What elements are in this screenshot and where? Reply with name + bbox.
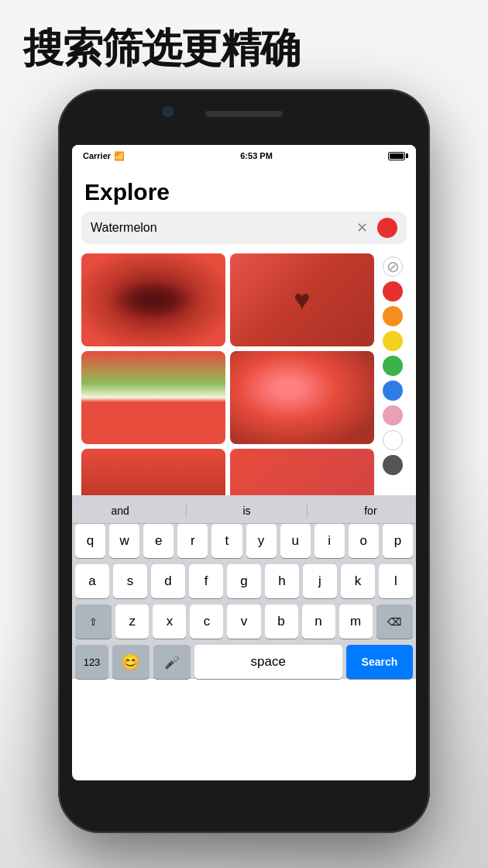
phone-frame: Carrier 📶 6:53 PM Explore Watermelon ✕ (58, 89, 430, 833)
key-h[interactable]: h (265, 564, 299, 598)
app-content: Explore Watermelon ✕ (72, 167, 416, 495)
status-time: 6:53 PM (240, 151, 273, 160)
keyboard-row-2: a s d f g h j k l (75, 564, 413, 598)
key-s[interactable]: s (113, 564, 147, 598)
key-m[interactable]: m (339, 604, 373, 639)
suggestion-bar: and is for (72, 498, 416, 524)
delete-key[interactable]: ⌫ (376, 604, 413, 639)
clear-button[interactable]: ✕ (352, 219, 371, 237)
key-p[interactable]: p (383, 524, 413, 558)
search-input[interactable]: Watermelon (91, 221, 352, 235)
keyboard-row-4: 123 😊 🎤 space Search (75, 645, 413, 679)
keyboard-row-3: ⇧ z x c v b n m ⌫ (75, 604, 413, 639)
status-bar: Carrier 📶 6:53 PM (72, 145, 416, 167)
key-e[interactable]: e (143, 524, 174, 558)
search-button[interactable]: Search (346, 645, 413, 679)
key-r[interactable]: r (177, 524, 208, 558)
key-q[interactable]: q (75, 524, 105, 558)
battery-icon (388, 152, 405, 160)
color-swatch-orange[interactable] (383, 306, 403, 326)
wifi-icon: 📶 (114, 151, 125, 161)
keyboard-area: and is for q w e r t y u i o p a (72, 495, 416, 679)
key-i[interactable]: i (314, 524, 345, 558)
key-y[interactable]: y (246, 524, 277, 558)
color-swatch-white[interactable] (383, 430, 403, 450)
color-panel (379, 253, 407, 495)
page-title: 搜索筛选更精确 (23, 22, 300, 76)
grid-area (81, 253, 407, 495)
battery-fill (390, 153, 404, 159)
key-b[interactable]: b (265, 604, 298, 639)
keyboard-row-1: q w e r t y u i o p (75, 524, 413, 558)
key-t[interactable]: t (211, 524, 242, 558)
photo-grid (81, 253, 374, 495)
phone-speaker (205, 111, 283, 117)
key-d[interactable]: d (151, 564, 185, 598)
color-swatch-none[interactable] (383, 257, 403, 277)
key-z[interactable]: z (115, 604, 149, 639)
color-swatch-red[interactable] (383, 281, 403, 301)
photo-cell-6[interactable] (230, 449, 374, 495)
key-l[interactable]: l (379, 564, 413, 598)
key-g[interactable]: g (227, 564, 261, 598)
key-f[interactable]: f (189, 564, 223, 598)
color-swatch-yellow[interactable] (383, 331, 403, 351)
space-key[interactable]: space (194, 645, 342, 679)
emoji-key[interactable]: 😊 (112, 645, 149, 679)
microphone-key[interactable]: 🎤 (153, 645, 191, 679)
color-swatch-pink[interactable] (383, 405, 403, 425)
suggestion-for[interactable]: for (358, 503, 383, 518)
suggestion-divider-2 (307, 504, 308, 518)
key-k[interactable]: k (341, 564, 375, 598)
color-swatch-black[interactable] (383, 455, 403, 475)
phone-screen: Carrier 📶 6:53 PM Explore Watermelon ✕ (72, 145, 416, 780)
photo-cell-2[interactable] (230, 253, 374, 346)
explore-title: Explore (72, 167, 416, 212)
key-x[interactable]: x (153, 604, 186, 639)
photo-cell-5[interactable] (81, 449, 225, 495)
shift-key[interactable]: ⇧ (75, 604, 112, 639)
suggestion-is[interactable]: is (236, 503, 256, 518)
key-v[interactable]: v (227, 604, 260, 639)
status-carrier: Carrier 📶 (83, 151, 125, 161)
numbers-key[interactable]: 123 (75, 645, 108, 679)
key-c[interactable]: c (190, 604, 223, 639)
key-w[interactable]: w (109, 524, 139, 558)
key-u[interactable]: u (280, 524, 311, 558)
key-n[interactable]: n (302, 604, 335, 639)
photo-cell-1[interactable] (81, 253, 225, 346)
phone-camera (163, 106, 174, 117)
color-swatch-green[interactable] (383, 356, 403, 376)
key-j[interactable]: j (303, 564, 337, 598)
photo-cell-3[interactable] (81, 351, 225, 444)
color-swatch-blue[interactable] (383, 381, 403, 401)
key-o[interactable]: o (349, 524, 379, 558)
photo-cell-4[interactable] (230, 351, 374, 444)
color-filter-indicator[interactable] (377, 218, 397, 238)
key-a[interactable]: a (75, 564, 109, 598)
search-bar[interactable]: Watermelon ✕ (81, 212, 407, 244)
suggestion-divider-1 (186, 504, 187, 518)
suggestion-and[interactable]: and (105, 503, 135, 518)
status-right (388, 152, 405, 160)
